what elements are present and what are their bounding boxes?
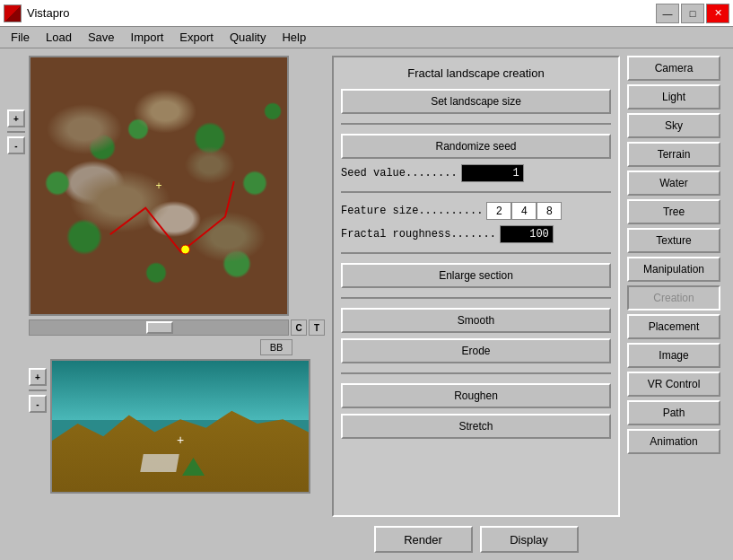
zoom-plus-button[interactable]: +: [7, 109, 25, 127]
camera-button[interactable]: Camera: [627, 56, 720, 81]
separator-1: [341, 123, 611, 125]
texture-button[interactable]: Texture: [627, 228, 720, 253]
menu-help[interactable]: Help: [275, 29, 313, 46]
main-content: + - + C T BB: [0, 48, 733, 560]
h-scrollbar-track[interactable]: [29, 319, 289, 336]
window-title: Vistapro: [27, 6, 69, 20]
roughness-input[interactable]: [500, 225, 554, 243]
menu-save[interactable]: Save: [81, 29, 122, 46]
menu-import[interactable]: Import: [124, 29, 171, 46]
title-bar-left: Vistapro: [4, 4, 69, 22]
sky-button[interactable]: Sky: [627, 113, 720, 138]
enlarge-section-button[interactable]: Enlarge section: [341, 263, 611, 288]
stretch-button[interactable]: Stretch: [341, 414, 611, 439]
erode-button[interactable]: Erode: [341, 338, 611, 363]
seed-label: Seed value........: [341, 167, 458, 179]
zoom-minus-button[interactable]: -: [7, 136, 25, 154]
roughen-button[interactable]: Roughen: [341, 383, 611, 408]
separator-4: [341, 297, 611, 299]
creation-button[interactable]: Creation: [627, 285, 720, 311]
path-button[interactable]: Path: [627, 400, 720, 425]
roughness-label: Fractal roughness.......: [341, 228, 496, 241]
seed-input[interactable]: [461, 164, 524, 182]
placement-button[interactable]: Placement: [627, 314, 720, 339]
bottom-buttons: Render Display: [332, 526, 620, 553]
feature-input-2[interactable]: [511, 202, 537, 220]
separator-3: [341, 252, 611, 254]
scrollbar-row: C T: [29, 319, 325, 336]
feature-input-1[interactable]: [486, 202, 511, 220]
map-view[interactable]: +: [29, 56, 289, 316]
render-view[interactable]: +: [50, 359, 310, 494]
title-bar: Vistapro — □ ✕: [0, 0, 733, 27]
feature-label: Feature size..........: [341, 205, 483, 217]
bb-row: BB: [29, 339, 292, 355]
menu-bar: File Load Save Import Export Quality Hel…: [0, 27, 733, 48]
render-button[interactable]: Render: [374, 526, 473, 553]
title-controls: — □ ✕: [656, 4, 729, 23]
separator-5: [341, 372, 611, 374]
animation-button[interactable]: Animation: [627, 429, 720, 454]
close-button[interactable]: ✕: [706, 4, 729, 23]
feature-row: Feature size..........: [341, 202, 611, 220]
center-panel: Fractal landscape creation Set landscape…: [332, 56, 620, 553]
manipulation-button[interactable]: Manipulation: [627, 257, 720, 282]
restore-button[interactable]: □: [681, 4, 704, 23]
h-scrollbar-thumb[interactable]: [146, 321, 173, 334]
randomize-seed-button[interactable]: Randomize seed: [341, 134, 611, 159]
water-button[interactable]: Water: [627, 171, 720, 196]
display-button[interactable]: Display: [480, 526, 579, 553]
c-button[interactable]: C: [291, 319, 307, 336]
creation-title: Fractal landscape creation: [341, 66, 611, 80]
menu-export[interactable]: Export: [172, 29, 221, 46]
smooth-button[interactable]: Smooth: [341, 308, 611, 333]
tree-button[interactable]: Tree: [627, 199, 720, 224]
separator-2: [341, 191, 611, 193]
image-button[interactable]: Image: [627, 343, 720, 368]
render-left-controls: + -: [29, 359, 47, 494]
right-button-panel: Camera Light Sky Terrain Water Tree Text…: [627, 56, 726, 553]
roughness-row: Fractal roughness.......: [341, 225, 611, 243]
render-divider: [29, 389, 47, 391]
view-panels: + C T BB + -: [29, 56, 325, 553]
render-row: + - +: [29, 359, 325, 494]
terrain-button[interactable]: Terrain: [627, 142, 720, 167]
render-zoom-minus[interactable]: -: [29, 395, 47, 413]
menu-quality[interactable]: Quality: [223, 29, 273, 46]
app-icon: [4, 4, 22, 22]
menu-load[interactable]: Load: [39, 29, 79, 46]
render-sky: [52, 361, 309, 420]
feature-input-3[interactable]: [537, 202, 562, 220]
left-controls: + -: [7, 56, 25, 553]
minimize-button[interactable]: —: [656, 4, 679, 23]
set-landscape-button[interactable]: Set landscape size: [341, 89, 611, 114]
t-button[interactable]: T: [309, 319, 325, 336]
light-button[interactable]: Light: [627, 84, 720, 109]
menu-file[interactable]: File: [4, 29, 37, 46]
creation-panel: Fractal landscape creation Set landscape…: [332, 56, 620, 517]
render-zoom-plus[interactable]: +: [29, 368, 47, 386]
bb-button[interactable]: BB: [260, 339, 292, 355]
feature-inputs: [486, 202, 562, 220]
vr-control-button[interactable]: VR Control: [627, 372, 720, 397]
seed-row: Seed value........: [341, 164, 611, 182]
ctrl-divider: [7, 131, 25, 133]
map-terrain: [31, 57, 287, 314]
left-panel: + - + C T BB: [7, 56, 325, 553]
